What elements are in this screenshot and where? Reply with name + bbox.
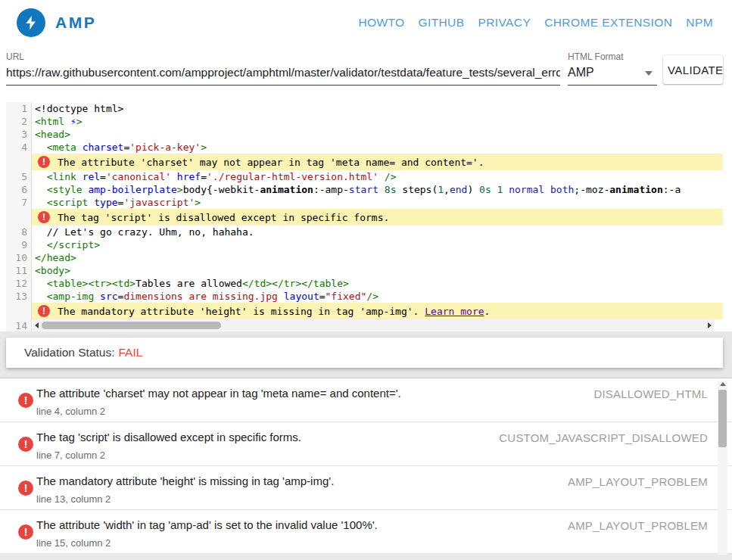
vertical-scroll-thumb[interactable]: [718, 390, 727, 447]
code-token: [35, 239, 47, 250]
line-number: 4: [6, 141, 32, 154]
code-token: ): [467, 184, 479, 195]
code-token: animation: [609, 184, 662, 195]
code-token: <meta: [47, 142, 76, 153]
learn-more-link[interactable]: Learn more: [425, 306, 484, 317]
amp-logo[interactable]: AMP: [17, 8, 96, 37]
code-token: [35, 291, 47, 302]
result-location: line 13, column 2: [36, 493, 111, 505]
code-token: <script: [47, 197, 89, 208]
gutter-cell: [6, 154, 32, 170]
error-icon: !: [38, 211, 50, 223]
nav-link-privacy[interactable]: PRIVACY: [478, 16, 531, 30]
code-editor[interactable]: 1<!doctype html>2<html ⚡>3<head>4 <meta …: [6, 102, 723, 331]
html-format-select[interactable]: HTML Format AMP: [568, 51, 657, 86]
code-line: 6 <style amp-boilerplate>body{-webkit-an…: [6, 183, 723, 196]
vertical-scrollbar[interactable]: [718, 381, 727, 555]
nav-link-howto[interactable]: HOWTO: [358, 16, 404, 30]
url-label: URL: [6, 51, 560, 62]
code-line: 10</head>: [6, 251, 723, 264]
code-token: type: [94, 197, 117, 208]
line-number: 2: [6, 115, 32, 128]
code-token: [491, 184, 497, 195]
top-section: AMP HOWTOGITHUBPRIVACYCHROME EXTENSIONNP…: [0, 0, 732, 331]
horizontal-scroll-track[interactable]: [39, 319, 708, 331]
line-number: 1: [6, 102, 32, 115]
code-token: [35, 142, 47, 153]
line-number: 14: [6, 319, 32, 331]
validate-button[interactable]: VALIDATE: [663, 55, 723, 84]
code-token: dimensions are missing.jpg: [123, 291, 278, 302]
gutter-cell: [6, 303, 32, 319]
line-number: 3: [6, 128, 32, 141]
code-token: start: [349, 184, 378, 195]
line-number: 13: [6, 290, 32, 303]
result-error-code: DISALLOWED_HTML: [593, 387, 708, 400]
nav-link-github[interactable]: GITHUB: [419, 16, 465, 30]
code-token: :: [313, 184, 319, 195]
code-token: rel: [83, 171, 100, 182]
code-text: <head>: [32, 128, 723, 141]
code-token: <body>: [35, 265, 70, 276]
code-token: >: [201, 142, 207, 153]
code-token: normal: [509, 184, 544, 195]
inline-error-row: !The mandatory attribute 'height' is mis…: [6, 303, 723, 319]
line-number: 10: [6, 251, 32, 264]
horizontal-scroll-thumb[interactable]: [42, 322, 221, 329]
chevron-down-icon[interactable]: [645, 71, 653, 76]
code-token: [64, 116, 70, 127]
result-error-code: AMP_LAYOUT_PROBLEM: [568, 475, 708, 488]
html-format-value: AMP: [568, 66, 657, 79]
scroll-up-icon[interactable]: [720, 382, 726, 386]
code-token: [171, 171, 177, 182]
code-token: './regular-html-version.html': [207, 171, 378, 182]
result-message: The mandatory attribute 'height' is miss…: [36, 474, 334, 487]
code-token: [378, 171, 385, 182]
inline-error-text: The mandatory attribute 'height' is miss…: [58, 306, 425, 317]
code-token: =: [319, 291, 326, 302]
result-location: line 15, column 2: [36, 537, 111, 549]
code-text: <!doctype html>: [32, 102, 723, 115]
code-token: 1: [438, 184, 444, 195]
result-row[interactable]: !The attribute 'charset' may not appear …: [0, 378, 732, 422]
code-token: // Let's go crazy. Uhm, no, hahaha.: [35, 226, 254, 238]
header-nav: HOWTOGITHUBPRIVACYCHROME EXTENSIONNPM: [358, 16, 713, 30]
code-token: 0s: [479, 184, 491, 195]
line-number: 12: [6, 277, 32, 290]
result-row[interactable]: !The tag 'script' is disallowed except i…: [0, 422, 732, 466]
result-row[interactable]: !The mandatory attribute 'height' is mis…: [0, 466, 732, 510]
horizontal-scrollbar[interactable]: [33, 319, 714, 331]
code-token: />: [385, 171, 397, 182]
error-icon: !: [38, 305, 50, 317]
code-line: 2<html ⚡>: [6, 115, 723, 128]
code-token: amp-boilerplate: [88, 184, 176, 195]
scroll-right-icon[interactable]: [708, 322, 712, 328]
code-token: steps(: [396, 184, 438, 195]
error-icon: !: [18, 393, 33, 408]
code-token: 'canonical': [106, 171, 171, 182]
code-token: ,: [444, 184, 450, 195]
code-token: <link: [47, 171, 76, 182]
nav-link-chrome-extension[interactable]: CHROME EXTENSION: [544, 16, 672, 30]
code-token: 8s: [385, 184, 397, 195]
code-line: 1<!doctype html>: [6, 102, 723, 115]
inline-error-row: !The tag 'script' is disallowed except i…: [6, 209, 723, 226]
error-icon: !: [38, 156, 50, 168]
line-number: 9: [6, 238, 32, 251]
code-line: 4 <meta charset='pick-a-key'>: [6, 141, 723, 154]
code-token: </head>: [35, 252, 76, 263]
url-value[interactable]: https://raw.githubusercontent.com/amppro…: [6, 66, 560, 79]
inline-error-row: !The attribute 'charset' may not appear …: [6, 154, 723, 170]
inline-error-body: !The mandatory attribute 'height' is mis…: [32, 303, 723, 319]
result-location: line 4, column 2: [36, 406, 105, 417]
code-token: [35, 184, 47, 195]
validation-status-value: FAIL: [118, 346, 142, 359]
result-row[interactable]: !The attribute 'width' in tag 'amp-ad' i…: [0, 510, 732, 554]
url-input[interactable]: URL https://raw.githubusercontent.com/am…: [6, 51, 560, 86]
line-number: 5: [6, 170, 32, 183]
code-token: <table><tr><td>: [47, 278, 135, 289]
code-line: 3<head>: [6, 128, 723, 141]
code-token: layout: [284, 291, 319, 302]
nav-link-npm[interactable]: NPM: [686, 16, 713, 30]
code-token: <!doctype html>: [35, 103, 123, 114]
